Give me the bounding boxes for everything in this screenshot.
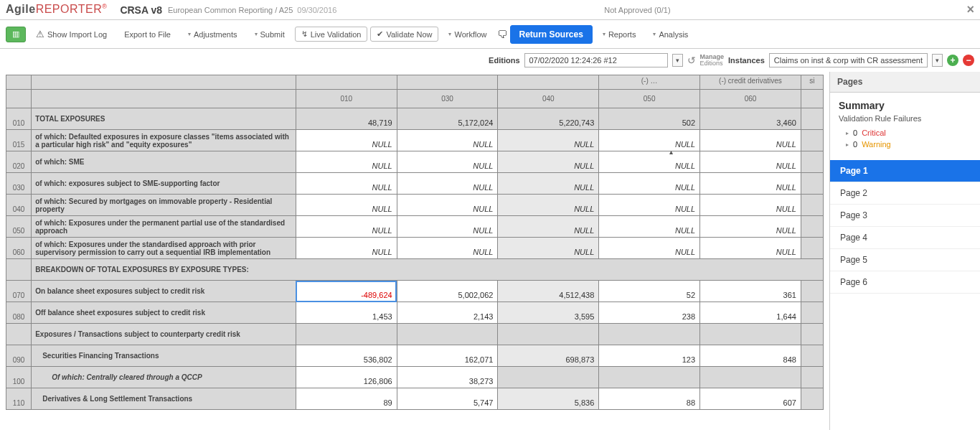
cell[interactable]: NULL xyxy=(296,238,397,259)
cell[interactable]: NULL xyxy=(700,130,801,151)
row-label: Derivatives & Long Settlement Transactio… xyxy=(32,388,296,410)
row-code: 020 xyxy=(6,151,32,173)
cell[interactable]: 5,002,062 xyxy=(397,281,498,302)
cell[interactable]: NULL xyxy=(599,216,700,238)
instance-dropdown[interactable]: ▾ xyxy=(932,54,943,67)
add-instance-button[interactable]: + xyxy=(947,55,958,66)
cell[interactable]: NULL xyxy=(296,195,397,216)
cell[interactable]: 1,644 xyxy=(700,302,801,324)
live-validation-button[interactable]: ↯Live Validation xyxy=(295,27,368,42)
cell[interactable]: NULL xyxy=(397,216,498,238)
cell[interactable]: NULL xyxy=(700,173,801,195)
page-nav-item[interactable]: Page 3 xyxy=(830,205,980,227)
submit-menu[interactable]: ▾Submit xyxy=(248,27,292,42)
cell[interactable]: NULL xyxy=(296,151,397,173)
cell[interactable]: NULL xyxy=(498,216,599,238)
cell[interactable]: 698,873 xyxy=(498,345,599,367)
cell[interactable]: 1,453 xyxy=(296,302,397,324)
remove-instance-button[interactable]: − xyxy=(963,55,974,66)
cell[interactable]: NULL xyxy=(700,195,801,216)
cell[interactable]: NULL xyxy=(397,130,498,151)
cell[interactable]: NULL xyxy=(397,173,498,195)
cell[interactable]: 5,172,024 xyxy=(397,108,498,130)
export-to-file[interactable]: Export to File xyxy=(117,27,178,42)
cell[interactable]: NULL xyxy=(397,195,498,216)
row-label: TOTAL EXPOSURES xyxy=(32,108,296,130)
scroll-up-icon[interactable]: ▴ xyxy=(669,148,673,156)
cell[interactable] xyxy=(599,367,700,388)
main-toolbar: ▥ ⚠Show Import Log Export to File ▾Adjus… xyxy=(0,20,980,49)
comment-icon[interactable]: 🗨 xyxy=(497,29,507,40)
cell[interactable]: 536,802 xyxy=(296,345,397,367)
row-label: Off balance sheet exposures subject to c… xyxy=(32,302,296,324)
cell[interactable]: 4,512,438 xyxy=(498,281,599,302)
cell[interactable]: 3,460 xyxy=(700,108,801,130)
toggle-panel-button[interactable]: ▥ xyxy=(6,27,26,42)
row-code: 050 xyxy=(6,216,32,238)
edition-dropdown[interactable]: ▾ xyxy=(672,54,683,67)
cell[interactable]: 126,806 xyxy=(296,367,397,388)
cell[interactable] xyxy=(498,367,599,388)
page-nav-item[interactable]: Page 6 xyxy=(830,271,980,294)
cell[interactable]: 162,071 xyxy=(397,345,498,367)
cell[interactable] xyxy=(700,367,801,388)
reports-menu[interactable]: ▾Reports xyxy=(595,27,644,42)
cell[interactable]: NULL xyxy=(599,151,700,173)
adjustments-menu[interactable]: ▾Adjustments xyxy=(181,27,245,42)
cell[interactable]: 38,273 xyxy=(397,367,498,388)
cell[interactable]: 2,143 xyxy=(397,302,498,324)
warning-failures[interactable]: ▸ 0 Warning xyxy=(839,139,971,150)
cell[interactable]: 5,747 xyxy=(397,388,498,410)
page-nav-item[interactable]: Page 2 xyxy=(830,182,980,205)
cell[interactable]: NULL xyxy=(296,130,397,151)
cell[interactable]: NULL xyxy=(498,130,599,151)
cell[interactable]: NULL xyxy=(296,216,397,238)
page-nav-item[interactable]: Page 5 xyxy=(830,249,980,271)
data-grid[interactable]: (-) … (-) credit derivatives si 010 030 … xyxy=(0,72,829,430)
row-label: of which: SME xyxy=(32,151,296,173)
cell[interactable]: 848 xyxy=(700,345,801,367)
show-import-log[interactable]: ⚠Show Import Log xyxy=(29,26,114,42)
page-nav-item[interactable]: Page 1 xyxy=(830,160,980,182)
analysis-menu[interactable]: ▾Analysis xyxy=(646,27,695,42)
cell[interactable]: -489,624 xyxy=(296,281,397,302)
cell[interactable]: 502 xyxy=(599,108,700,130)
cell[interactable]: NULL xyxy=(397,151,498,173)
critical-failures[interactable]: ▸ 0 Critical xyxy=(839,127,971,139)
cell[interactable]: 607 xyxy=(700,388,801,410)
return-sources-button[interactable]: Return Sources xyxy=(510,25,593,44)
close-icon[interactable]: × xyxy=(966,2,974,17)
validate-now-button[interactable]: ✔Validate Now xyxy=(370,27,438,42)
row-label: of which: Exposures under the standardis… xyxy=(32,238,296,259)
manage-editions-link[interactable]: Manage Editions xyxy=(700,54,725,67)
edition-select[interactable]: 07/02/2020 12:24:26 #12 xyxy=(524,53,668,67)
cell[interactable]: NULL xyxy=(397,238,498,259)
cell[interactable]: 89 xyxy=(296,388,397,410)
instance-select[interactable]: Claims on inst & corp with CR assessment xyxy=(769,53,928,67)
cell[interactable]: 123 xyxy=(599,345,700,367)
page-nav-item[interactable]: Page 4 xyxy=(830,227,980,249)
cell[interactable]: 48,719 xyxy=(296,108,397,130)
workflow-menu[interactable]: ▾Workflow xyxy=(441,27,494,42)
cell[interactable]: NULL xyxy=(498,151,599,173)
cell[interactable]: NULL xyxy=(599,195,700,216)
cell[interactable]: NULL xyxy=(599,130,700,151)
cell[interactable]: 5,220,743 xyxy=(498,108,599,130)
cell[interactable]: NULL xyxy=(700,216,801,238)
cell[interactable]: 361 xyxy=(700,281,801,302)
cell[interactable]: NULL xyxy=(599,238,700,259)
history-icon[interactable]: ↺ xyxy=(687,55,696,66)
cell[interactable]: NULL xyxy=(700,238,801,259)
cell[interactable]: NULL xyxy=(700,151,801,173)
side-panel: Pages Summary Validation Rule Failures ▸… xyxy=(829,72,980,430)
cell[interactable]: 238 xyxy=(599,302,700,324)
cell[interactable]: NULL xyxy=(498,173,599,195)
cell[interactable]: NULL xyxy=(296,173,397,195)
cell[interactable]: 52 xyxy=(599,281,700,302)
cell[interactable]: 3,595 xyxy=(498,302,599,324)
cell[interactable]: NULL xyxy=(498,195,599,216)
cell[interactable]: 5,836 xyxy=(498,388,599,410)
cell[interactable]: NULL xyxy=(599,173,700,195)
cell[interactable]: 88 xyxy=(599,388,700,410)
cell[interactable]: NULL xyxy=(498,238,599,259)
